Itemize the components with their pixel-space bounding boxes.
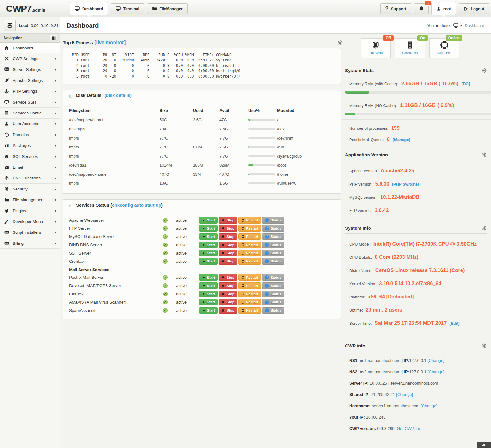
restart-button[interactable]: Restart (238, 217, 261, 224)
stop-button[interactable]: Stop (219, 250, 237, 256)
start-button[interactable]: Start (199, 291, 218, 297)
top-tab-terminal[interactable]: Terminal (111, 3, 144, 14)
start-button[interactable]: Start (199, 225, 218, 232)
manage-link[interactable]: [Manage] (393, 137, 410, 142)
status-button[interactable]: iStatus (262, 274, 284, 281)
stop-button[interactable]: Stop (219, 233, 237, 240)
stop-button[interactable]: Stop (219, 225, 237, 232)
sidebar-item-email[interactable]: Email▾ (0, 162, 60, 173)
user-menu-button[interactable]: root (431, 2, 456, 15)
restart-button[interactable]: Restart (238, 242, 261, 248)
logout-button[interactable]: Logout (459, 3, 489, 14)
start-button[interactable]: Start (199, 250, 218, 256)
gear-icon[interactable] (482, 152, 487, 157)
stop-button[interactable]: Stop (219, 217, 237, 224)
kv-link[interactable]: [Edit] (449, 321, 459, 326)
top-tab-filemanager[interactable]: FileManager (147, 3, 188, 14)
restart-button[interactable]: Restart (238, 299, 261, 305)
disk-details-link[interactable]: (disk details) (104, 93, 132, 98)
scroll-to-top-button[interactable] (477, 442, 491, 448)
kv-link[interactable]: [PHP Switcher] (392, 182, 421, 186)
start-button[interactable]: Start (199, 258, 218, 265)
live-monitor-link[interactable]: [live monitor] (95, 40, 126, 45)
status-button[interactable]: iStatus (262, 250, 284, 256)
status-button[interactable]: iStatus (262, 233, 284, 240)
start-button[interactable]: Start (199, 299, 218, 305)
sidebar-item-server-settings[interactable]: Server Settings▾ (0, 64, 60, 75)
restart-button[interactable]: Restart (238, 250, 261, 256)
sidebar-item-php-settings[interactable]: PHP Settings▾ (0, 86, 60, 97)
sidebar-item-script-installers[interactable]: NEWScript Installers▾ (0, 227, 60, 238)
stop-button[interactable]: Stop (219, 299, 237, 305)
status-button[interactable]: iStatus (262, 217, 284, 224)
gear-icon[interactable] (482, 343, 487, 348)
gear-icon[interactable] (482, 68, 487, 73)
stop-button[interactable]: Stop (219, 307, 237, 314)
stop-icon (222, 227, 225, 230)
gear-icon[interactable] (482, 226, 487, 231)
stop-button[interactable]: Stop (219, 258, 237, 265)
start-button[interactable]: Start (199, 274, 218, 281)
status-button[interactable]: iStatus (262, 291, 284, 297)
change-link[interactable]: [Change] (427, 370, 444, 374)
change-link[interactable]: [Change] (427, 358, 444, 363)
sidebar-item-packages[interactable]: Packages▾ (0, 140, 60, 151)
status-button[interactable]: iStatus (262, 307, 284, 314)
restart-button[interactable]: Restart (238, 274, 261, 281)
start-button[interactable]: Start (199, 242, 218, 248)
dc-link[interactable]: [DC] (462, 82, 470, 86)
sidebar-item-billing[interactable]: NEWBilling▾ (0, 238, 60, 249)
notifications-button[interactable]: 0 (414, 3, 429, 14)
top-tab-bar: DashboardTerminalFileManager (70, 2, 188, 15)
restart-button[interactable]: Restart (238, 233, 261, 240)
sidebar-item-services-config[interactable]: Services Config▾ (0, 108, 60, 118)
change-link[interactable]: [Change] (396, 392, 413, 397)
ram-cache-value: 2.66GB / 16GB ( 16.6%) (401, 81, 458, 87)
chevron-down-icon: ▾ (55, 209, 56, 213)
start-button[interactable]: Start (199, 217, 218, 224)
status-button[interactable]: iStatus (262, 299, 284, 305)
sidebar-item-plugins[interactable]: Plugins▾ (0, 205, 60, 216)
backups-card[interactable]: OnBackups (395, 38, 425, 58)
start-button[interactable]: Start (199, 282, 218, 289)
start-button[interactable]: Start (199, 233, 218, 240)
sidebar-item-cwp-settings[interactable]: CWP Settings▾ (0, 53, 60, 64)
sidebar-item-dashboard[interactable]: Dashboard (0, 43, 60, 53)
load-button[interactable] (4, 20, 16, 31)
sidebar-item-user-accounts[interactable]: User Accounts▾ (0, 119, 60, 129)
status-button[interactable]: iStatus (262, 242, 284, 248)
start-button[interactable]: Start (199, 307, 218, 314)
stop-button[interactable]: Stop (219, 242, 237, 248)
sidebar-item-domains[interactable]: Domains▾ (0, 129, 60, 140)
support-button[interactable]: ?Support (380, 3, 411, 14)
sidebar-item-dns-functions[interactable]: DNS Functions▾ (0, 173, 60, 184)
sidebar-item-security[interactable]: Security▾ (0, 184, 60, 194)
top-tab-dashboard[interactable]: Dashboard (70, 2, 108, 15)
sidebar-item-developer-menu[interactable]: Developer Menu▾ (0, 216, 60, 227)
collapse-sidebar-button[interactable] (50, 35, 57, 41)
sidebar-item-sql-services[interactable]: SQL Services▾ (0, 151, 60, 162)
stop-button[interactable]: Stop (219, 274, 237, 281)
change-link[interactable]: [Change] (421, 404, 438, 408)
stop-button[interactable]: Stop (219, 282, 237, 289)
support-card[interactable]: OnlineSupport (429, 38, 459, 58)
stop-button[interactable]: Stop (219, 291, 237, 297)
sidebar-item-apache-settings[interactable]: Apache Settings▾ (0, 75, 60, 86)
change-link[interactable]: [Get CWPpro] (396, 426, 421, 431)
sidebar-item-file-management[interactable]: File Management▾ (0, 194, 60, 205)
restart-button[interactable]: Restart (238, 225, 261, 232)
sidebar-item-service-ssh[interactable]: Service SSH▾ (0, 97, 60, 108)
restart-button[interactable]: Restart (238, 307, 261, 314)
status-button[interactable]: iStatus (262, 225, 284, 232)
status-button[interactable]: iStatus (262, 282, 284, 289)
chkconfig-link[interactable]: chkconfig auto start up (112, 203, 161, 208)
chevron-down-icon: ▾ (55, 133, 56, 136)
status-check-icon: ✓ (163, 259, 176, 264)
restart-button[interactable]: Restart (238, 258, 261, 265)
status-button[interactable]: iStatus (262, 258, 284, 265)
firewall-card[interactable]: OffFirewall (361, 38, 391, 58)
restart-button[interactable]: Restart (238, 282, 261, 289)
restart-button[interactable]: Restart (238, 291, 261, 297)
service-row-bind-dns-server: BIND DNS Server✓activeStartStopRestartiS… (63, 241, 341, 249)
breadcrumb-current[interactable]: Dashboard (465, 23, 484, 28)
